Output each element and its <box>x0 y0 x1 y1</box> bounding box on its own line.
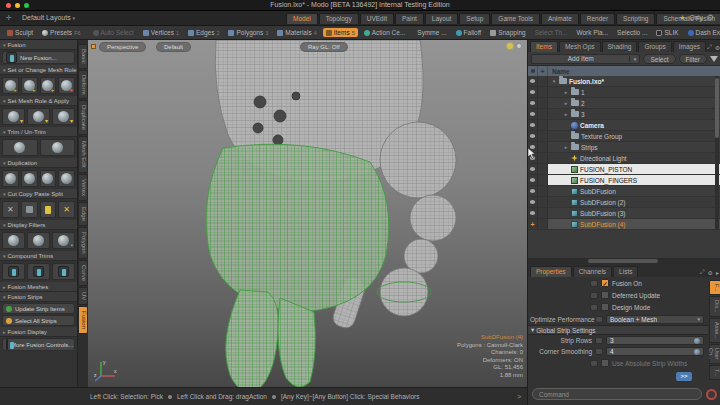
item-row-subdfusion-1[interactable]: SubDFusion <box>528 186 720 197</box>
visibility-icon[interactable] <box>516 43 522 49</box>
name-column-header[interactable]: Name <box>548 68 570 75</box>
pin-layout-icon[interactable]: ✛ <box>6 14 12 22</box>
select-all-strips-button[interactable]: Select All Strips <box>2 315 75 326</box>
item-row-fusion-fingers[interactable]: FUSION_FINGERS <box>528 175 720 186</box>
tab-items[interactable]: Items <box>530 41 558 52</box>
viewport-3d[interactable]: Perspective Default Ray GL: Off SubDFusi… <box>88 40 527 387</box>
eye-icon[interactable] <box>528 109 538 119</box>
tab-lists[interactable]: Lists <box>613 266 638 277</box>
section-fusion-display[interactable]: ▸Fusion Display <box>0 327 77 337</box>
gear-icon[interactable]: ⚙ <box>707 13 714 22</box>
item-row-subdfusion-3[interactable]: SubDFusion (3) <box>528 208 720 219</box>
work-plane-button[interactable]: Work Pla... <box>573 28 611 37</box>
item-row-group2[interactable]: ▸2 <box>528 98 720 109</box>
trim-button[interactable] <box>2 139 38 156</box>
auto-select-button[interactable]: Auto Select <box>90 28 137 37</box>
duplicate-button-2[interactable] <box>21 170 38 187</box>
corner-smoothing-field[interactable]: 4 <box>606 347 704 356</box>
viewport-tab-default[interactable]: Default <box>156 42 191 52</box>
side-tab-user-channels[interactable]: User Ch... <box>709 344 720 364</box>
eye-icon[interactable] <box>528 120 538 130</box>
deferred-update-checkbox[interactable] <box>601 291 609 299</box>
tab-uvedit[interactable]: UVEdit <box>360 13 394 24</box>
tab-uv[interactable]: UV <box>78 287 88 305</box>
mesh-role-subtract-button[interactable]: + <box>40 77 57 94</box>
eye-icon[interactable] <box>528 87 538 97</box>
section-mesh-role[interactable]: ▾Set or Change Mesh Role <box>0 65 77 75</box>
tab-curve[interactable]: Curve <box>78 260 88 286</box>
side-tab-assembly[interactable]: Asse... <box>709 318 720 343</box>
panel-more-icon[interactable]: ▸ <box>716 269 719 276</box>
snapping-button[interactable]: Snapping <box>487 28 528 37</box>
tab-topology[interactable]: Topology <box>319 13 359 24</box>
item-row-group3[interactable]: ▸3 <box>528 109 720 120</box>
viewport-tab-raygl[interactable]: Ray GL: Off <box>300 42 348 52</box>
tab-images[interactable]: Images <box>673 41 706 52</box>
update-strip-items-button[interactable]: Update Strip Items <box>2 303 75 314</box>
tab-basic[interactable]: Basic <box>78 44 88 69</box>
only-label[interactable]: Only <box>689 14 702 21</box>
compound-trim-button-3[interactable] <box>52 263 75 280</box>
more-fusion-controls-button[interactable]: More Fusion Controls... <box>2 338 75 351</box>
side-tab-display[interactable]: Dis... <box>709 296 720 317</box>
eye-icon[interactable] <box>528 76 538 86</box>
materials-mode-button[interactable]: Materials4 <box>274 28 319 37</box>
expander-icon[interactable]: ▸ <box>563 111 569 117</box>
side-tab-fusion[interactable]: F... <box>709 280 720 295</box>
global-strip-settings-header[interactable]: ▾Global Strip Settings <box>528 325 708 335</box>
item-row-subdfusion-2[interactable]: SubDFusion (2) <box>528 197 720 208</box>
item-row-scene[interactable]: ▾Fusion.lxo* <box>528 76 720 87</box>
apply-trim-button[interactable]: ▾ <box>27 108 50 125</box>
dash-extras-button[interactable]: Dash Ex ... <box>685 28 720 37</box>
expander-icon[interactable]: ▸ <box>563 100 569 106</box>
gear-icon[interactable]: ⚙ <box>708 269 713 276</box>
mesh-role-trim-button[interactable]: + <box>21 77 38 94</box>
section-fusion-meshes[interactable]: ▸Fusion Meshes <box>0 282 77 292</box>
tab-edge[interactable]: Edge <box>78 202 88 226</box>
compound-trim-button-1[interactable] <box>2 263 25 280</box>
eye-icon[interactable] <box>528 175 538 185</box>
symmetry-button[interactable]: Symme ... <box>414 28 449 37</box>
use-absolute-checkbox[interactable] <box>601 359 609 367</box>
tab-groups[interactable]: Groups <box>638 41 671 52</box>
viewport-mode-icon[interactable] <box>91 44 96 49</box>
expander-icon[interactable]: ▸ <box>563 89 569 95</box>
tab-mesh-edit[interactable]: Mesh Edit <box>78 136 88 173</box>
item-list-scrollbar[interactable] <box>715 76 719 230</box>
item-row-camera[interactable]: Camera <box>528 120 720 131</box>
filter-result-button[interactable] <box>27 232 50 249</box>
tab-channels[interactable]: Channels <box>573 266 612 277</box>
section-duplication[interactable]: ▾Duplication <box>0 158 77 168</box>
design-mode-checkbox[interactable] <box>601 303 609 311</box>
add-item-dropdown[interactable]: Add Item▾ <box>531 54 640 64</box>
tab-scripting[interactable]: Scripting <box>616 13 655 24</box>
polygons-mode-button[interactable]: Polygons3 <box>225 28 271 37</box>
duplicate-button-3[interactable] <box>40 170 57 187</box>
tab-mesh-ops[interactable]: Mesh Ops <box>559 41 601 52</box>
split-button[interactable]: ✕ <box>58 201 75 218</box>
tab-game-tools[interactable]: Game Tools <box>491 13 540 24</box>
spinner-icon[interactable] <box>694 349 700 355</box>
filter-sources-button[interactable]: ▪ <box>52 232 75 249</box>
section-mesh-role-apply[interactable]: ▾Set Mesh Role & Apply <box>0 96 77 106</box>
sculpt-button[interactable]: Sculpt <box>4 28 36 37</box>
filter-all-button[interactable] <box>2 232 25 249</box>
mesh-role-primary-button[interactable]: + <box>2 77 19 94</box>
tab-vertex[interactable]: Vertex <box>78 174 88 201</box>
duplicate-button-1[interactable] <box>2 170 19 187</box>
item-row-subdfusion-4[interactable]: +SubDFusion (4) <box>528 219 720 230</box>
tab-properties[interactable]: Properties <box>530 266 572 277</box>
layout-switcher[interactable]: Default Layouts ▾ <box>22 14 75 21</box>
item-row-group1[interactable]: ▸1 <box>528 87 720 98</box>
mesh-role-remove-button[interactable]: ● <box>58 77 75 94</box>
expander-icon[interactable]: ▾ <box>551 78 557 84</box>
eye-icon[interactable] <box>528 186 538 196</box>
selection-sets-button[interactable]: Selectio ... <box>614 28 650 37</box>
action-center-button[interactable]: Action Ce... <box>361 28 409 37</box>
section-compound-trims[interactable]: ▾Compound Trims <box>0 251 77 261</box>
cut-button[interactable]: ✕ <box>2 201 19 218</box>
item-row-directional-light[interactable]: Directional Light <box>528 153 720 164</box>
item-row-strips[interactable]: ▸Strips <box>528 142 720 153</box>
eye-icon[interactable] <box>528 98 538 108</box>
optimize-performance-dropdown[interactable]: Boolean + Mesh▾ <box>606 315 704 324</box>
